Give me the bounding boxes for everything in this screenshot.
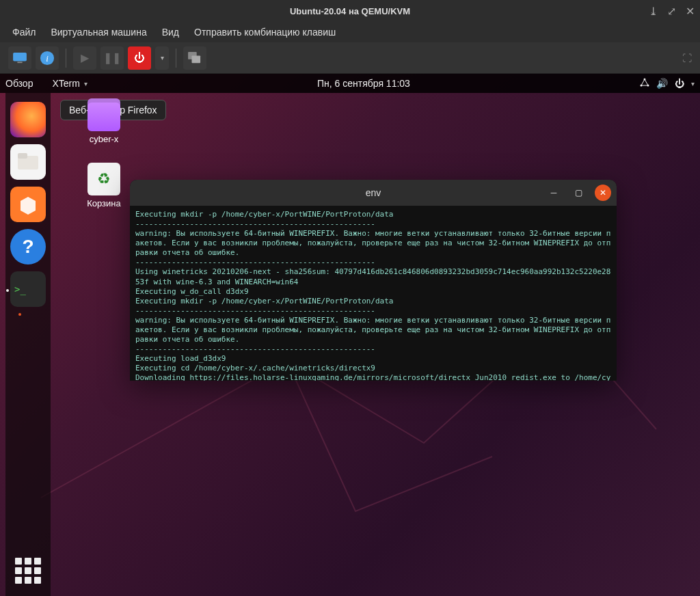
desktop-folder-cyberx[interactable]: cyber-x [77,98,131,144]
terminal-line: Executing mkdir -p /home/cyber-x/PortWIN… [135,297,394,306]
monitor-icon[interactable] [8,46,31,70]
expand-icon[interactable]: ⤢ [667,5,676,18]
maximize-icon[interactable]: ▢ [570,185,587,201]
terminal-body[interactable]: Executing mkdir -p /home/cyber-x/PortWIN… [130,206,617,381]
dock-software[interactable] [10,187,46,222]
svg-rect-10 [18,153,27,159]
terminal-line: warning: Вы используете 64-битный WINEPR… [135,229,610,257]
pause-icon[interactable]: ❚❚ [100,46,124,70]
folder-icon [88,98,120,131]
running-indicator [18,313,21,316]
dock-help[interactable]: ? [10,229,46,265]
play-icon[interactable]: ▶ [73,46,96,70]
snapshots-icon[interactable] [183,46,206,70]
terminal-line: Executing load_d3dx9 [135,354,226,363]
terminal-line: Executing w_do_call d3dx9 [135,287,249,296]
terminal-window: env ─ ▢ ✕ Executing mkdir -p /home/cyber… [130,180,617,381]
terminal-line: ----------------------------------------… [135,306,375,315]
activities-button[interactable]: Обзор [5,78,33,89]
svg-rect-1 [17,62,22,63]
terminal-title: env [366,187,381,198]
dock-terminal[interactable]: >_ [10,271,46,307]
svg-text:i: i [46,53,49,63]
menu-vm[interactable]: Виртуальная машина [51,27,146,38]
system-menu-arrow[interactable]: ▾ [691,80,695,87]
desktop-icon-label: cyber-x [77,134,131,144]
svg-rect-5 [192,55,201,63]
close-icon[interactable]: ✕ [595,185,611,201]
clock[interactable]: Пн, 6 сентября 11:03 [317,78,410,89]
show-applications[interactable] [15,558,41,584]
dock-firefox[interactable] [10,102,46,137]
app-menu[interactable]: XTerm [52,78,87,89]
svg-rect-0 [13,52,27,61]
download-icon[interactable]: ⤓ [649,5,658,18]
vm-viewport: Обзор XTerm Пн, 6 сентября 11:03 🔊 ⏻ ▾ ?… [0,74,700,596]
terminal-line: Using winetricks 20210206-next - sha256s… [135,267,610,286]
terminal-line: ----------------------------------------… [135,258,375,267]
gnome-topbar: Обзор XTerm Пн, 6 сентября 11:03 🔊 ⏻ ▾ [0,74,700,93]
vm-window-title: Ubuntu-20.04 на QEMU/KVM [290,6,410,16]
power-menu-icon[interactable]: ⏻ [675,78,684,89]
terminal-line: ----------------------------------------… [135,344,375,353]
desktop-trash[interactable]: ♻ Корзина [77,163,131,208]
dock-files[interactable] [10,144,46,180]
trash-icon: ♻ [88,163,120,195]
terminal-line: Executing cd /home/cyber-x/.cache/winetr… [135,364,375,372]
minimize-icon[interactable]: ─ [546,185,562,201]
menu-view[interactable]: Вид [162,27,179,38]
network-icon[interactable] [640,78,649,90]
terminal-line: Downloading https://files.holarse-linuxg… [135,373,610,381]
power-icon[interactable]: ⏻ [128,46,151,70]
desktop-icon-label: Корзина [77,198,131,208]
menu-sendkeys[interactable]: Отправить комбинацию клавиш [194,27,336,38]
vm-toolbar: i ▶ ❚❚ ⏻ ▾ ⛶ [0,42,700,74]
menu-file[interactable]: Файл [12,27,36,38]
info-icon[interactable]: i [36,46,59,70]
terminal-line: ----------------------------------------… [135,219,375,228]
sound-icon[interactable]: 🔊 [656,78,668,89]
close-icon[interactable]: ✕ [686,5,695,18]
terminal-titlebar[interactable]: env ─ ▢ ✕ [130,180,617,206]
vm-menubar: Файл Виртуальная машина Вид Отправить ко… [0,22,700,42]
dock: ? >_ [5,93,51,596]
vm-titlebar: Ubuntu-20.04 на QEMU/KVM ⤓ ⤢ ✕ [0,0,700,22]
terminal-line: warning: Вы используете 64-битный WINEPR… [135,316,610,344]
power-dropdown[interactable]: ▾ [155,46,169,70]
fullscreen-icon[interactable]: ⛶ [682,53,692,64]
terminal-line: Executing mkdir -p /home/cyber-x/PortWIN… [135,210,394,219]
